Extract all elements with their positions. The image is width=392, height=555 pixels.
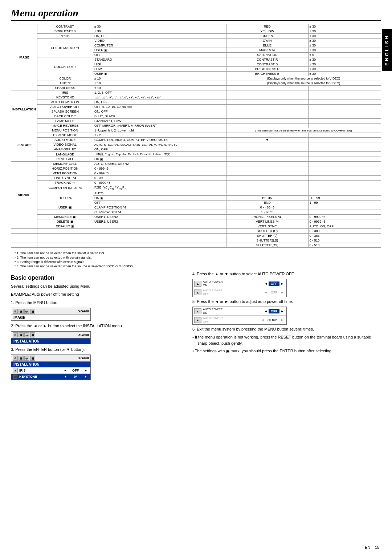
ui-header-2: ⊙ ▣ opt. ▦ XGA60 bbox=[11, 332, 90, 339]
xga-label-2: XGA60 bbox=[78, 333, 89, 337]
ui-mockup-installation-2: ⊙ ▣ opt. ▦ XGA60 INSTALLATION ☀ IRIS ◄ O… bbox=[11, 355, 91, 380]
bullet-1: • If the menu operation is not working, … bbox=[192, 334, 381, 346]
keystone-label: KEYSTONE bbox=[19, 375, 62, 378]
category-installation: INSTALLATION bbox=[11, 90, 37, 128]
icon-sq-1: ⊙ bbox=[13, 309, 18, 314]
footnote-4: * 4: The item can not be selected when t… bbox=[15, 264, 381, 268]
ui-mockup-image: ⊙ ▣ opt. ▦ XGA60 IMAGE bbox=[11, 308, 91, 321]
icon-sq-4: ▦ bbox=[30, 309, 35, 314]
icon-sq-6: ▣ bbox=[19, 332, 24, 337]
row-iris: ☀ IRIS ◄ OFF ► bbox=[11, 367, 90, 373]
ap-tri-left-2: ◄ bbox=[264, 309, 268, 313]
step-4: 4. Press the ▲ or ▼ button to select AUT… bbox=[192, 271, 381, 277]
icon-sq-3: opt. bbox=[24, 309, 29, 314]
ap-tri2-left-2: ◄ bbox=[261, 318, 264, 322]
ap-val-on-2: OFF bbox=[269, 309, 279, 313]
header-icons-1: ⊙ ▣ opt. ▦ bbox=[13, 309, 35, 314]
category-feature: FEATURE bbox=[11, 128, 37, 162]
ap-label-off-2: AUTO POWEROFF bbox=[203, 316, 260, 323]
ap-label-on-2: AUTO POWERON bbox=[203, 308, 263, 315]
step-2: 2. Press the ◄ or ► button to select the… bbox=[11, 323, 185, 329]
ap-label-on-1: AUTO POWERON bbox=[203, 280, 263, 287]
ap-tri-right-1: ► bbox=[281, 282, 284, 285]
ap-row-on-2: ▲↓ AUTO POWERON ◄ OFF ► bbox=[193, 307, 286, 316]
iris-val: OFF bbox=[68, 369, 83, 372]
ap-label-off-1: AUTO POWEROFF bbox=[203, 289, 263, 296]
ap-icon-off-2: ▲↓ bbox=[194, 317, 201, 323]
iris-right-tri: ► bbox=[84, 369, 87, 372]
ap-tri2-left-1: ◄ bbox=[264, 291, 268, 294]
footnote-2: * 2: The item can not be selected with c… bbox=[15, 256, 381, 259]
footnote-3: * 3: Setting range is different with cer… bbox=[15, 260, 381, 264]
page-number: EN – 15 bbox=[365, 545, 379, 550]
tab-image: IMAGE bbox=[11, 315, 90, 320]
category-image: IMAGE bbox=[11, 24, 37, 90]
xga-label-1: XGA60 bbox=[78, 309, 89, 313]
keystone-val: 0° bbox=[68, 375, 83, 378]
step-3: 3. Press the ENTER button (or ▼ button). bbox=[11, 347, 185, 353]
ap-val-off-1: OFF bbox=[269, 290, 279, 295]
ap-tri2-right-2: ► bbox=[281, 318, 284, 322]
example-label: EXAMPLE: Auto power off time setting bbox=[11, 291, 185, 297]
footnotes: * 1: The item can not be selected when t… bbox=[15, 251, 381, 268]
keystone-icon: ⬛ bbox=[13, 374, 18, 379]
ui-mockup-installation-1: ⊙ ▣ opt. ▦ XGA60 INSTALLATION bbox=[11, 331, 91, 344]
basic-operation-intro: Several settings can be adjusted using M… bbox=[11, 283, 185, 289]
category-signal: SIGNAL bbox=[11, 162, 37, 229]
auto-power-box-1: ▲↓ AUTO POWERON ◄ OFF ► ▲↓ AUTO POWEROFF… bbox=[192, 279, 287, 297]
ap-icon-on-2: ▲↓ bbox=[194, 308, 201, 314]
ap-icon-on-1: ▲↓ bbox=[194, 281, 201, 287]
basic-operation-right: 4. Press the ▲ or ▼ button to select AUT… bbox=[192, 271, 381, 382]
bullet-2: • The settings with ▣ mark, you should p… bbox=[192, 348, 381, 354]
keystone-right-tri: ► bbox=[84, 375, 87, 378]
icon-sq-8: ▦ bbox=[30, 332, 35, 337]
basic-operation-left: Basic operation Several settings can be … bbox=[11, 271, 185, 382]
side-english-label: ENGLISH bbox=[382, 29, 392, 71]
iris-icon: ☀ bbox=[13, 368, 18, 373]
iris-left-tri: ◄ bbox=[64, 369, 67, 372]
icon-sq-5: ⊙ bbox=[13, 332, 18, 337]
xga-label-3: XGA60 bbox=[78, 356, 89, 360]
ui-header-1: ⊙ ▣ opt. ▦ XGA60 bbox=[11, 308, 90, 315]
menu-tree-table: IMAGE CONTRAST ± 30 RED ± 30 BRIGHTNESS … bbox=[11, 24, 381, 248]
ui-header-3: ⊙ ▣ opt. ▦ XGA60 bbox=[11, 355, 90, 362]
ap-row-on-1: ▲↓ AUTO POWERON ◄ OFF ► bbox=[193, 279, 286, 288]
keystone-left-tri: ◄ bbox=[64, 375, 67, 378]
footnote-1: * 1: The item can not be selected when t… bbox=[15, 251, 381, 255]
tab-installation-2: INSTALLATION bbox=[11, 362, 90, 367]
ap-val-on-1: OFF bbox=[269, 281, 279, 286]
ap-row-off-1: ▲↓ AUTO POWEROFF ◄ OFF ► bbox=[193, 288, 286, 296]
ap-val-off-2: 30 min bbox=[265, 318, 279, 322]
basic-operation-section: Basic operation Several settings can be … bbox=[11, 271, 381, 382]
ap-icon-off-1: ▲↓ bbox=[194, 289, 201, 295]
row-keystone: ⬛ KEYSTONE ◄ 0° ► bbox=[11, 373, 90, 380]
basic-operation-title: Basic operation bbox=[11, 275, 185, 281]
tab-installation-1: INSTALLATION bbox=[11, 339, 90, 344]
header-icons-3: ⊙ ▣ opt. ▦ bbox=[13, 356, 35, 361]
step-5: 5. Press the ◄ or ► button to adjust aut… bbox=[192, 299, 381, 305]
icon-sq-10: ▣ bbox=[19, 356, 24, 361]
iris-label: IRIS bbox=[19, 369, 62, 372]
ap-tri-left-1: ◄ bbox=[264, 282, 268, 285]
ap-row-off-2: ▲↓ AUTO POWEROFF ◄ 30 min ► bbox=[193, 316, 286, 324]
ap-tri-right-2: ► bbox=[281, 309, 284, 313]
step-1: 1. Press the MENU button. bbox=[11, 300, 185, 306]
step-6: 6. Exit the menu system by pressing the … bbox=[192, 326, 381, 332]
page-title: Menu operation bbox=[11, 7, 381, 21]
icon-sq-2: ▣ bbox=[19, 309, 24, 314]
icon-sq-12: ▦ bbox=[30, 356, 35, 361]
icon-sq-9: ⊙ bbox=[13, 356, 18, 361]
header-icons-2: ⊙ ▣ opt. ▦ bbox=[13, 332, 35, 337]
ap-tri2-right-1: ► bbox=[281, 291, 284, 294]
icon-sq-7: opt. bbox=[24, 332, 29, 337]
icon-sq-11: opt. bbox=[24, 356, 29, 361]
auto-power-box-2: ▲↓ AUTO POWERON ◄ OFF ► ▲↓ AUTO POWEROFF… bbox=[192, 307, 287, 324]
